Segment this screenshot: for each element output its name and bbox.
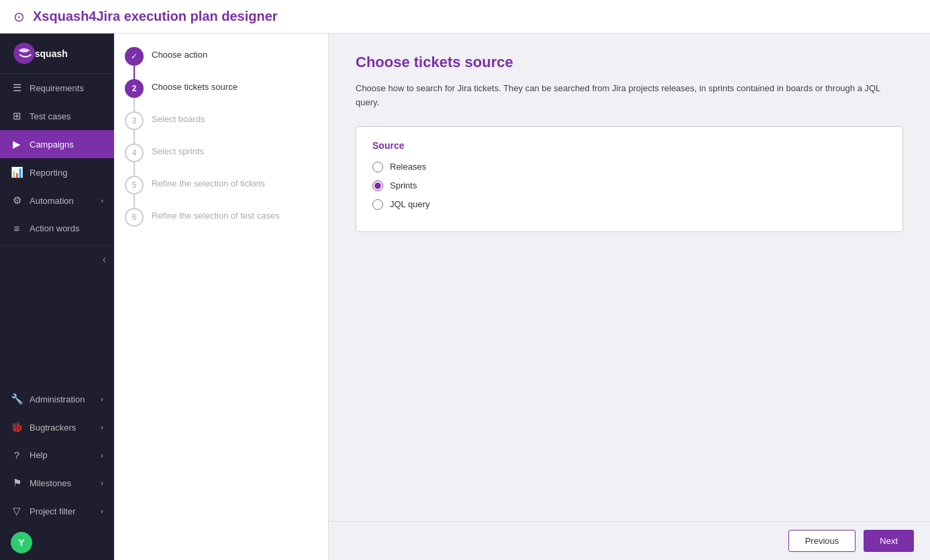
chevron-right-icon: ›: [101, 507, 103, 515]
source-box: Source Releases Sprints JQL query: [356, 126, 903, 232]
content-area: ✓ Choose action 2 Choose tickets source …: [114, 34, 930, 560]
step-label-1: Choose action: [152, 47, 207, 60]
step-circle-2: 2: [125, 79, 144, 98]
project-filter-icon: ▽: [11, 505, 23, 517]
sidebar-item-milestones[interactable]: ⚑ Milestones ›: [0, 469, 114, 497]
step-connector-1: [134, 66, 135, 79]
step-label-5: Refine the selection of tickets: [152, 176, 265, 188]
test-cases-icon: ⊞: [11, 110, 23, 122]
sidebar: squash ☰ Requirements ⊞ Test cases ▶ Cam…: [0, 34, 114, 560]
wizard-step-6-wrapper: 6 Refine the selection of test cases: [125, 208, 317, 227]
sidebar-divider: [0, 245, 114, 245]
right-panel: Choose tickets source Choose how to sear…: [329, 34, 930, 560]
sidebar-item-label: Automation: [30, 196, 74, 206]
content-title: Choose tickets source: [356, 54, 903, 71]
chevron-right-icon: ›: [101, 197, 103, 205]
wizard-step-choose-action[interactable]: ✓ Choose action: [125, 47, 317, 66]
sidebar-logo: squash: [0, 34, 114, 74]
sidebar-item-test-cases[interactable]: ⊞ Test cases: [0, 102, 114, 130]
collapse-icon: ‹: [103, 254, 106, 266]
sidebar-item-label: Administration: [30, 394, 85, 404]
bugtrackers-icon: 🐞: [11, 421, 23, 433]
step-label-3: Select boards: [152, 111, 205, 124]
step-connector-4: [134, 162, 135, 176]
radio-jql[interactable]: [372, 199, 383, 210]
sidebar-item-campaigns[interactable]: ▶ Campaigns: [0, 130, 114, 158]
sidebar-item-bugtrackers[interactable]: 🐞 Bugtrackers ›: [0, 413, 114, 441]
header: ⊙ Xsquash4Jira execution plan designer: [0, 0, 930, 34]
requirements-icon: ☰: [11, 82, 23, 94]
wizard-panel: ✓ Choose action 2 Choose tickets source …: [114, 34, 329, 560]
wizard-step-select-boards[interactable]: 3 Select boards: [125, 111, 317, 130]
step-connector-2: [134, 98, 135, 111]
chevron-right-icon: ›: [101, 451, 103, 459]
sidebar-item-project-filter[interactable]: ▽ Project filter ›: [0, 497, 114, 525]
radio-releases-label[interactable]: Releases: [390, 162, 426, 172]
step-label-4: Select sprints: [152, 144, 204, 156]
sidebar-item-action-words[interactable]: ≡ Action words: [0, 215, 114, 242]
action-words-icon: ≡: [11, 223, 23, 234]
main-content: Choose tickets source Choose how to sear…: [329, 34, 930, 521]
wizard-step-5-wrapper: 5 Refine the selection of tickets: [125, 176, 317, 208]
sidebar-item-label: Help: [30, 450, 48, 460]
sidebar-item-label: Campaigns: [30, 139, 74, 150]
step-label-2: Choose tickets source: [152, 79, 238, 92]
step-circle-6: 6: [125, 208, 144, 227]
sidebar-spacer: [0, 271, 114, 385]
radio-option-releases[interactable]: Releases: [372, 162, 886, 172]
chevron-right-icon: ›: [101, 423, 103, 431]
next-button[interactable]: Next: [864, 530, 914, 552]
step-circle-4: 4: [125, 144, 144, 162]
sidebar-item-reporting[interactable]: 📊 Reporting: [0, 158, 114, 186]
sidebar-item-administration[interactable]: 🔧 Administration ›: [0, 385, 114, 413]
chevron-right-icon: ›: [101, 479, 103, 487]
step-circle-5: 5: [125, 176, 144, 194]
wizard-step-refine-tickets[interactable]: 5 Refine the selection of tickets: [125, 176, 317, 194]
step-connector-3: [134, 130, 135, 144]
wizard-step-2-wrapper: 2 Choose tickets source: [125, 79, 317, 111]
wizard-step-4-wrapper: 4 Select sprints: [125, 144, 317, 176]
wizard-step-choose-tickets-source[interactable]: 2 Choose tickets source: [125, 79, 317, 98]
sidebar-item-help[interactable]: ? Help ›: [0, 441, 114, 469]
svg-point-0: [13, 43, 35, 64]
wizard-step-select-sprints[interactable]: 4 Select sprints: [125, 144, 317, 162]
wizard-step-1-wrapper: ✓ Choose action: [125, 47, 317, 79]
sidebar-collapse-button[interactable]: ‹: [0, 248, 114, 271]
administration-icon: 🔧: [11, 393, 23, 405]
step-connector-5: [134, 194, 135, 208]
previous-button[interactable]: Previous: [788, 530, 856, 552]
wizard-step-refine-test-cases[interactable]: 6 Refine the selection of test cases: [125, 208, 317, 227]
user-avatar[interactable]: Y: [11, 532, 32, 553]
svg-text:squash: squash: [35, 48, 68, 59]
main-layout: squash ☰ Requirements ⊞ Test cases ▶ Cam…: [0, 34, 930, 560]
step-label-6: Refine the selection of test cases: [152, 208, 280, 221]
milestones-icon: ⚑: [11, 477, 23, 489]
automation-icon: ⚙: [11, 194, 23, 207]
sidebar-item-automation[interactable]: ⚙ Automation ›: [0, 186, 114, 215]
page-title: Xsquash4Jira execution plan designer: [33, 9, 278, 24]
content-description: Choose how to search for Jira tickets. T…: [356, 82, 903, 110]
radio-option-sprints[interactable]: Sprints: [372, 180, 886, 191]
step-circle-3: 3: [125, 111, 144, 130]
back-icon[interactable]: ⊙: [13, 9, 25, 25]
sidebar-item-label: Milestones: [30, 478, 71, 488]
sidebar-item-label: Test cases: [30, 111, 70, 121]
radio-option-jql[interactable]: JQL query: [372, 199, 886, 210]
wizard-step-3-wrapper: 3 Select boards: [125, 111, 317, 144]
sidebar-item-label: Project filter: [30, 506, 76, 516]
radio-sprints[interactable]: [372, 180, 383, 191]
radio-jql-label[interactable]: JQL query: [390, 199, 430, 209]
reporting-icon: 📊: [11, 166, 23, 178]
chevron-right-icon: ›: [101, 395, 103, 403]
sidebar-item-label: Action words: [30, 223, 79, 233]
campaigns-icon: ▶: [11, 138, 23, 150]
radio-sprints-label[interactable]: Sprints: [390, 180, 417, 190]
sidebar-item-label: Requirements: [30, 83, 84, 93]
sidebar-item-label: Bugtrackers: [30, 423, 76, 433]
sidebar-item-requirements[interactable]: ☰ Requirements: [0, 74, 114, 102]
sidebar-item-label: Reporting: [30, 168, 67, 178]
footer: Previous Next: [329, 521, 930, 560]
source-title: Source: [372, 140, 886, 151]
radio-releases[interactable]: [372, 162, 383, 172]
sidebar-user: Y: [0, 525, 114, 560]
